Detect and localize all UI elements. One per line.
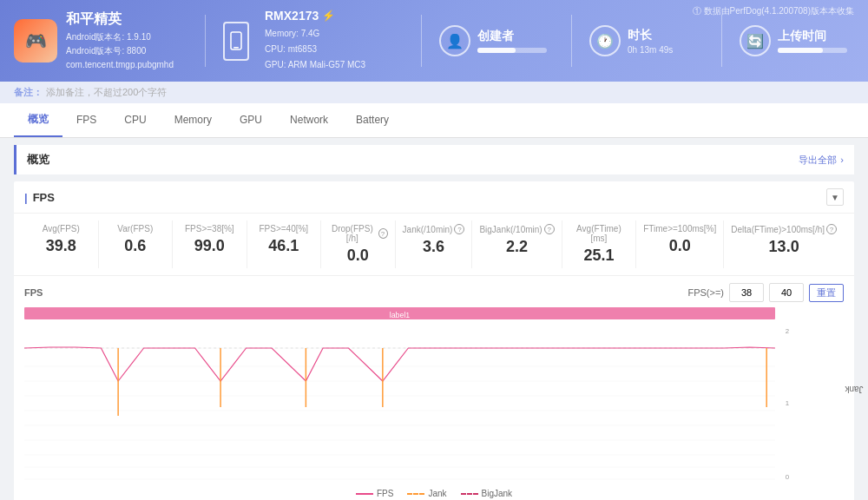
nav-tabs: 概览 FPS CPU Memory GPU Network Battery	[0, 103, 868, 138]
device-meta: Memory: 7.4G CPU: mt6853 GPU: ARM Mali-G…	[265, 26, 404, 73]
divider-4	[721, 15, 722, 67]
delta-info-icon[interactable]: ?	[826, 224, 837, 234]
app-name: 和平精英	[66, 10, 174, 29]
fps-controls: FPS(>=) 重置	[687, 283, 844, 302]
stat-avg-fps: Avg(FPS) 39.8	[24, 220, 99, 268]
main-content: 概览 导出全部 › FPS ▼ Avg(FPS) 39.8 Var(FPS) 0…	[0, 138, 868, 500]
divider-3	[571, 15, 572, 67]
chevron-right-icon: ›	[840, 155, 844, 165]
app-header: ① 数据由PerfDog(4.1.200708)版本本收集 🎮 和平精英 And…	[0, 0, 868, 82]
tab-battery[interactable]: Battery	[342, 105, 403, 136]
legend-jank-line	[407, 493, 424, 495]
svg-text:label1: label1	[390, 311, 411, 319]
duration-stat: 🕐 时长 0h 13m 49s	[589, 25, 704, 56]
svg-rect-1	[233, 47, 239, 49]
upload-bar-fill	[778, 48, 823, 53]
overview-title: 概览	[27, 152, 49, 168]
divider-1	[205, 15, 206, 67]
svg-text:2: 2	[786, 327, 789, 335]
phone-icon	[223, 22, 249, 61]
duration-content: 时长 0h 13m 49s	[628, 28, 673, 55]
overview-header: 概览 导出全部 ›	[14, 145, 854, 174]
legend-bigjank-line	[461, 493, 478, 495]
stat-fps-38: FPS>=38[%] 99.0	[173, 220, 247, 268]
jank-info-icon[interactable]: ?	[454, 224, 464, 234]
device-model: RMX2173 ⚡	[265, 9, 404, 23]
upload-stat: 🔄 上传时间	[740, 25, 854, 56]
export-button[interactable]: 导出全部 ›	[799, 154, 844, 167]
fps-threshold-input-1[interactable]	[729, 283, 764, 302]
legend-jank: Jank	[407, 489, 446, 498]
fps-card-header: FPS ▼	[14, 181, 854, 214]
jank-axis-label: Jank	[845, 385, 863, 394]
fps-card-title: FPS	[24, 191, 55, 204]
stat-fps-40: FPS>=40[%] 46.1	[247, 220, 322, 268]
fps-chart-area: FPS FPS(>=) 重置 label1 42	[14, 276, 854, 500]
stat-avg-ftime: Avg(FTime)[ms] 25.1	[562, 220, 637, 268]
app-meta: Android版本名: 1.9.10 Android版本号: 8800 com.…	[66, 30, 174, 72]
stat-jank: Jank(/10min) ? 3.6	[396, 220, 473, 268]
app-info: 🎮 和平精英 Android版本名: 1.9.10 Android版本号: 88…	[14, 10, 187, 72]
notice-bar: 备注： 添加备注，不超过200个字符	[0, 82, 868, 103]
person-icon: 👤	[439, 25, 470, 56]
creator-bar-fill	[477, 48, 516, 53]
divider-2	[421, 15, 422, 67]
chart-controls: FPS FPS(>=) 重置	[24, 283, 844, 302]
svg-text:0: 0	[786, 473, 790, 481]
creator-stat: 👤 创建者	[439, 25, 554, 56]
device-info: RMX2173 ⚡ Memory: 7.4G CPU: mt6853 GPU: …	[265, 9, 404, 73]
svg-text:1: 1	[786, 399, 790, 407]
clock-icon: 🕐	[589, 25, 621, 56]
legend-fps: FPS	[356, 489, 393, 498]
version-info: ① 数据由PerfDog(4.1.200708)版本本收集	[693, 5, 854, 17]
upload-icon: 🔄	[740, 25, 771, 56]
fps-threshold-input-2[interactable]	[769, 283, 804, 302]
stat-ftime-100: FTime>=100ms[%] 0.0	[636, 220, 724, 268]
legend-fps-line	[356, 493, 373, 495]
creator-bar	[477, 48, 547, 53]
stat-bigjank: BigJank(/10min) ? 2.2	[472, 220, 562, 268]
chart-legend: FPS Jank BigJank	[24, 489, 844, 498]
tab-overview[interactable]: 概览	[14, 103, 62, 137]
stat-delta-ftime: Delta(FTime)>100ms[/h] ? 13.0	[724, 220, 844, 268]
tab-cpu[interactable]: CPU	[110, 105, 160, 136]
fps-chart-svg: label1 42 38 33 29 25 21 17 13 8 4 0	[24, 307, 826, 481]
drop-fps-info-icon[interactable]: ?	[378, 228, 388, 239]
tab-network[interactable]: Network	[276, 105, 342, 136]
upload-content: 上传时间	[778, 29, 847, 53]
fps-expand-button[interactable]: ▼	[826, 188, 844, 206]
upload-bar	[778, 48, 847, 53]
stat-drop-fps: Drop(FPS)[/h] ? 0.0	[321, 220, 396, 268]
stat-var-fps: Var(FPS) 0.6	[99, 220, 174, 268]
bigjank-info-icon[interactable]: ?	[544, 224, 555, 234]
fps-stats-row: Avg(FPS) 39.8 Var(FPS) 0.6 FPS>=38[%] 99…	[14, 214, 854, 276]
reset-button[interactable]: 重置	[809, 284, 844, 302]
tab-gpu[interactable]: GPU	[226, 105, 276, 136]
fps-chart-container: label1 42 38 33 29 25 21 17 13 8 4 0	[24, 307, 844, 484]
creator-content: 创建者	[477, 29, 547, 53]
legend-bigjank: BigJank	[461, 489, 513, 498]
tab-fps[interactable]: FPS	[62, 105, 110, 136]
app-details: 和平精英 Android版本名: 1.9.10 Android版本号: 8800…	[66, 10, 174, 72]
app-icon: 🎮	[14, 19, 57, 62]
fps-card: FPS ▼ Avg(FPS) 39.8 Var(FPS) 0.6 FPS>=38…	[14, 181, 854, 500]
tab-memory[interactable]: Memory	[161, 105, 226, 136]
device-section: RMX2173 ⚡ Memory: 7.4G CPU: mt6853 GPU: …	[223, 9, 404, 73]
